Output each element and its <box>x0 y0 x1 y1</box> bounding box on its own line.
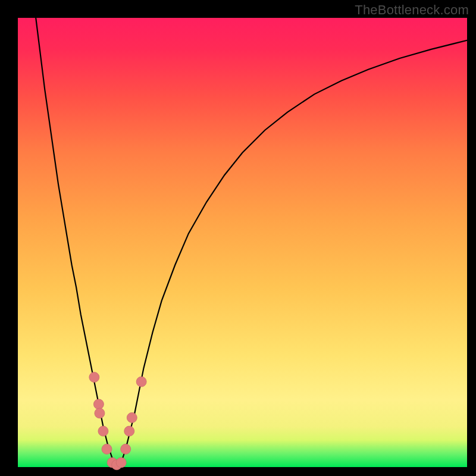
data-point <box>93 399 104 409</box>
data-point <box>102 444 112 454</box>
data-point <box>116 458 126 468</box>
data-point <box>124 426 134 436</box>
data-points-group <box>89 372 146 470</box>
data-point <box>98 426 108 436</box>
chart-svg <box>18 18 467 467</box>
data-point <box>127 412 137 422</box>
data-point <box>136 377 146 387</box>
chart-frame: TheBottleneck.com <box>0 0 476 476</box>
data-point <box>121 444 131 454</box>
watermark-text: TheBottleneck.com <box>355 2 469 18</box>
plot-area <box>18 18 467 467</box>
data-point <box>95 408 105 418</box>
data-point <box>89 372 99 383</box>
